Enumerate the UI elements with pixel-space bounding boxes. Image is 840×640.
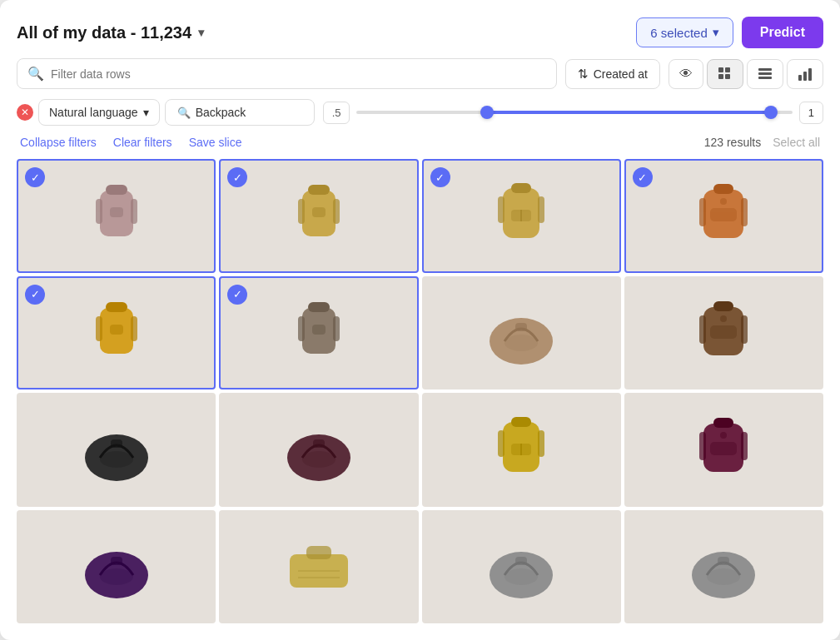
svg-point-68 xyxy=(720,432,727,439)
check-badge: ✓ xyxy=(430,167,450,187)
filter-tag: ✕ Natural language ▾ 🔍 Backpack xyxy=(17,99,315,126)
svg-rect-3 xyxy=(725,74,730,79)
svg-rect-33 xyxy=(106,302,127,312)
svg-rect-39 xyxy=(312,325,326,335)
svg-rect-34 xyxy=(110,325,123,335)
save-slice-link[interactable]: Save slice xyxy=(189,136,242,149)
range-fill xyxy=(487,111,770,114)
grid-item[interactable] xyxy=(422,393,621,507)
svg-rect-24 xyxy=(498,196,504,223)
results-row: Collapse filters Clear filters Save slic… xyxy=(17,136,823,149)
svg-point-56 xyxy=(302,451,336,468)
svg-point-78 xyxy=(504,568,538,585)
svg-rect-47 xyxy=(710,325,737,339)
svg-point-44 xyxy=(504,335,538,351)
results-actions: 123 results Select all xyxy=(704,136,820,149)
check-badge: ✓ xyxy=(633,167,653,187)
dataset-title-text: All of my data - 11,234 xyxy=(17,23,191,42)
svg-rect-40 xyxy=(298,316,305,341)
remove-filter-button[interactable]: ✕ xyxy=(17,104,33,121)
svg-rect-35 xyxy=(96,316,102,341)
search-input-wrap[interactable]: 🔍 xyxy=(17,58,557,89)
range-thumb-left[interactable] xyxy=(480,106,494,119)
svg-rect-2 xyxy=(718,74,723,79)
svg-rect-55 xyxy=(313,439,325,448)
selected-count-text: 6 selected xyxy=(650,26,707,40)
filter-value-input[interactable]: 🔍 Backpack xyxy=(165,99,315,126)
grid-item[interactable]: ✓ xyxy=(219,276,418,390)
svg-rect-14 xyxy=(131,199,137,224)
grid-item[interactable] xyxy=(422,276,621,390)
selected-badge[interactable]: 6 selected ▾ xyxy=(636,17,733,47)
svg-rect-66 xyxy=(699,432,706,460)
filter-tags-row: ✕ Natural language ▾ 🔍 Backpack .5 1 xyxy=(17,99,823,126)
check-badge: ✓ xyxy=(25,167,45,187)
svg-rect-25 xyxy=(538,196,544,223)
results-count: 123 results xyxy=(704,136,761,149)
svg-rect-58 xyxy=(511,417,531,427)
check-badge: ✓ xyxy=(25,285,45,305)
svg-rect-38 xyxy=(308,302,330,312)
grid-item[interactable]: ✓ xyxy=(219,159,418,273)
grid-item[interactable] xyxy=(17,393,216,507)
svg-rect-65 xyxy=(710,442,737,455)
grid-item[interactable]: ✓ xyxy=(624,159,823,273)
svg-rect-9 xyxy=(808,68,812,81)
svg-rect-6 xyxy=(758,77,772,79)
svg-rect-46 xyxy=(713,301,733,311)
range-section: .5 1 xyxy=(323,102,823,124)
image-grid: ✓ ✓ ✓ ✓ ✓ xyxy=(17,159,823,623)
list-icon xyxy=(758,67,773,82)
list-view-button[interactable] xyxy=(747,59,783,89)
dataset-chevron-icon[interactable]: ▾ xyxy=(198,26,204,39)
search-input[interactable] xyxy=(51,67,546,81)
sort-button[interactable]: ⇅ Created at xyxy=(565,59,660,89)
filter-type-select[interactable]: Natural language ▾ xyxy=(38,99,160,126)
svg-rect-5 xyxy=(758,72,772,75)
svg-rect-70 xyxy=(111,557,122,565)
sort-label: Created at xyxy=(594,67,648,81)
dataset-title[interactable]: All of my data - 11,234 ▾ xyxy=(17,23,204,42)
grid-item[interactable] xyxy=(17,510,216,624)
chart-view-button[interactable] xyxy=(787,59,823,89)
svg-rect-41 xyxy=(333,316,340,341)
visibility-button[interactable]: 👁 xyxy=(669,59,703,89)
svg-rect-62 xyxy=(538,430,544,457)
svg-rect-52 xyxy=(111,439,122,448)
svg-rect-64 xyxy=(713,418,733,428)
grid-item[interactable]: ✓ xyxy=(422,159,621,273)
search-icon: 🔍 xyxy=(27,66,44,82)
grid-item[interactable] xyxy=(624,276,823,390)
range-slider[interactable] xyxy=(356,111,792,114)
svg-point-50 xyxy=(720,315,727,322)
grid-item[interactable]: ✓ xyxy=(17,276,216,390)
select-all-button[interactable]: Select all xyxy=(773,136,820,149)
svg-rect-11 xyxy=(106,185,127,195)
grid-view-button[interactable] xyxy=(707,59,743,89)
svg-rect-43 xyxy=(515,323,527,331)
svg-rect-80 xyxy=(718,557,729,565)
grid-item[interactable] xyxy=(422,510,621,624)
svg-rect-36 xyxy=(131,316,137,341)
collapse-filters-link[interactable]: Collapse filters xyxy=(20,136,97,149)
svg-rect-18 xyxy=(298,199,305,224)
grid-item[interactable] xyxy=(219,393,418,507)
grid-item[interactable]: ✓ xyxy=(17,159,216,273)
svg-rect-17 xyxy=(312,207,326,217)
filter-row: 🔍 ⇅ Created at 👁 xyxy=(17,58,823,89)
range-max-label: 1 xyxy=(799,102,823,124)
app-container: All of my data - 11,234 ▾ 6 selected ▾ P… xyxy=(0,0,840,640)
filter-search-icon: 🔍 xyxy=(177,107,191,119)
grid-item[interactable] xyxy=(624,510,823,624)
clear-filters-link[interactable]: Clear filters xyxy=(113,136,172,149)
filter-actions: Collapse filters Clear filters Save slic… xyxy=(20,136,241,149)
filter-value-text: Backpack xyxy=(196,106,246,119)
svg-rect-30 xyxy=(741,198,748,226)
grid-item[interactable] xyxy=(219,510,418,624)
range-thumb-right[interactable] xyxy=(764,106,778,119)
predict-button[interactable]: Predict xyxy=(742,17,823,48)
svg-point-31 xyxy=(720,198,727,205)
grid-item[interactable] xyxy=(624,393,823,507)
svg-rect-61 xyxy=(498,430,504,457)
svg-rect-12 xyxy=(110,207,123,217)
